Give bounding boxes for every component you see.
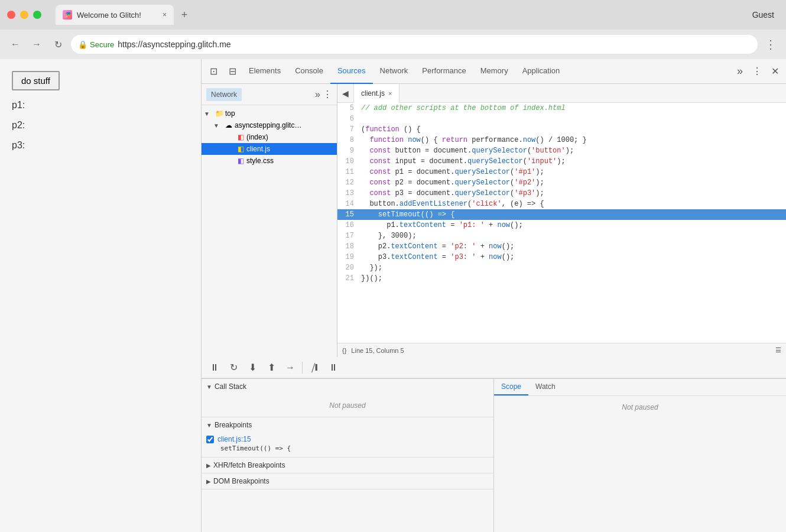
- code-line-20: 20 });: [337, 262, 786, 273]
- line-content-12: const p2 = document.querySelector('#p2')…: [359, 177, 786, 188]
- devtools-tab-bar: ⊡ ⊟ Elements Console Sources Network Per…: [202, 59, 786, 84]
- breakpoint-header-1: client.js:15: [206, 435, 489, 443]
- maximize-button[interactable]: [33, 11, 41, 19]
- xhr-arrow: ▶: [206, 462, 211, 469]
- line-content-20: });: [359, 262, 786, 273]
- code-panel: ◀ client.js × 5 // add other scripts at …: [337, 84, 786, 357]
- line-content-21: })();: [359, 273, 786, 284]
- code-tab-close-button[interactable]: ×: [388, 90, 392, 97]
- code-line-10: 10 const input = document.querySelector(…: [337, 156, 786, 167]
- line-num-10: 10: [337, 156, 359, 167]
- call-stack-content: Not paused: [202, 394, 493, 417]
- breakpoint-code-1: setTimeout(() => {: [206, 443, 489, 455]
- back-button[interactable]: ←: [7, 36, 24, 53]
- code-line-15: 15 setTimeout(() => {: [337, 209, 786, 220]
- p2-label: p2:: [12, 120, 189, 131]
- code-editor[interactable]: 5 // add other scripts at the bottom of …: [337, 103, 786, 343]
- more-tabs-button[interactable]: »: [732, 65, 748, 77]
- tab-application[interactable]: Application: [515, 59, 567, 84]
- call-stack-header[interactable]: ▼ Call Stack: [202, 379, 493, 394]
- inspect-element-icon[interactable]: ⊡: [204, 62, 223, 81]
- tab-network[interactable]: Network: [373, 59, 415, 84]
- do-stuff-button[interactable]: do stuff: [12, 71, 60, 90]
- call-stack-title: Call Stack: [215, 382, 246, 391]
- code-line-8: 8 function now() { return performance.no…: [337, 135, 786, 145]
- line-num-19: 19: [337, 252, 359, 262]
- line-num-21: 21: [337, 273, 359, 284]
- code-line-6: 6: [337, 113, 786, 124]
- tree-item-clientjs[interactable]: ▶ ◧ client.js: [202, 143, 337, 155]
- code-line-16: 16 p1.textContent = 'p1: ' + now();: [337, 220, 786, 231]
- line-num-12: 12: [337, 177, 359, 188]
- tab-console[interactable]: Console: [288, 59, 330, 84]
- scope-content: Not paused: [494, 396, 786, 419]
- code-status-bar: {} Line 15, Column 5 ☰: [337, 343, 786, 357]
- tree-item-top[interactable]: ▼ 📁 top: [202, 108, 337, 119]
- step-button[interactable]: →: [282, 359, 298, 376]
- pause-button[interactable]: ⏸: [206, 359, 223, 376]
- tab-close-button[interactable]: ×: [163, 11, 167, 19]
- debugger-toolbar: ⏸ ↻ ⬇ ⬆ → ⧸❙ ⏸: [202, 357, 786, 378]
- tree-item-stylecss[interactable]: ▶ ◧ style.css: [202, 155, 337, 167]
- line-content-13: const p3 = document.querySelector('#p3')…: [359, 188, 786, 199]
- breakpoint-item-1: client.js:15 setTimeout(() => {: [202, 433, 493, 457]
- tree-item-asyncstepping[interactable]: ▼ ☁ asyncstepping.glitc…: [202, 119, 337, 131]
- code-line-5: 5 // add other scripts at the bottom of …: [337, 103, 786, 113]
- code-line-17: 17 }, 3000);: [337, 231, 786, 241]
- sources-menu-button[interactable]: ⋮: [323, 89, 332, 100]
- secure-badge: 🔒 Secure: [78, 40, 114, 49]
- bottom-panels: ▼ Call Stack Not paused ▼ Breakpoints: [202, 378, 786, 532]
- forward-button[interactable]: →: [28, 36, 45, 53]
- line-content-11: const p1 = document.querySelector('#p1')…: [359, 167, 786, 177]
- console-drawer-button[interactable]: ☰: [775, 346, 781, 354]
- browser-menu-button[interactable]: ⋮: [762, 36, 779, 53]
- line-content-7: (function () {: [359, 124, 786, 135]
- breakpoint-checkbox-1[interactable]: [206, 436, 214, 443]
- breakpoints-arrow: ▼: [206, 422, 212, 429]
- xhr-breakpoints-header[interactable]: ▶ XHR/fetch Breakpoints: [202, 458, 493, 473]
- step-out-button[interactable]: ⬆: [263, 359, 280, 376]
- tab-elements[interactable]: Elements: [242, 59, 288, 84]
- breakpoints-header[interactable]: ▼ Breakpoints: [202, 417, 493, 433]
- browser-tab[interactable]: 🎏 Welcome to Glitch! ×: [56, 5, 174, 25]
- step-over-button[interactable]: ↻: [225, 359, 242, 376]
- tree-arrow-asyncstepping: ▼: [213, 122, 223, 129]
- pause-on-exceptions-button[interactable]: ⏸: [325, 359, 342, 376]
- line-content-18: p2.textContent = 'p2: ' + now();: [359, 241, 786, 252]
- url-display: https://asyncstepping.glitch.me: [118, 40, 230, 49]
- line-content-17: }, 3000);: [359, 231, 786, 241]
- css-file-icon: ◧: [236, 156, 245, 166]
- new-tab-button[interactable]: +: [176, 7, 193, 23]
- format-button[interactable]: {}: [342, 347, 346, 354]
- xhr-title: XHR/fetch Breakpoints: [213, 461, 285, 469]
- code-line-12: 12 const p2 = document.querySelector('#p…: [337, 177, 786, 188]
- line-num-18: 18: [337, 241, 359, 252]
- code-tab-clientjs[interactable]: client.js ×: [354, 84, 400, 103]
- scope-tab-watch[interactable]: Watch: [528, 379, 563, 395]
- tree-label-index: (index): [246, 133, 334, 141]
- network-filter-button[interactable]: Network: [206, 88, 242, 101]
- step-into-button[interactable]: ⬇: [244, 359, 261, 376]
- device-toolbar-icon[interactable]: ⊟: [223, 62, 242, 81]
- deactivate-breakpoints-button[interactable]: ⧸❙: [306, 359, 323, 376]
- tab-performance[interactable]: Performance: [415, 59, 473, 84]
- line-num-6: 6: [337, 113, 359, 124]
- address-wrapper[interactable]: 🔒 Secure https://asyncstepping.glitch.me: [71, 35, 758, 54]
- code-nav-back[interactable]: ◀: [337, 84, 354, 103]
- reload-button[interactable]: ↻: [50, 36, 66, 53]
- guest-label: Guest: [752, 10, 774, 20]
- minimize-button[interactable]: [20, 11, 28, 19]
- tree-item-index[interactable]: ▶ ◧ (index): [202, 131, 337, 143]
- tab-title: Welcome to Glitch!: [77, 11, 158, 20]
- devtools-close-button[interactable]: ✕: [766, 66, 784, 77]
- tab-sources[interactable]: Sources: [330, 59, 373, 84]
- tab-memory[interactable]: Memory: [473, 59, 515, 84]
- breakpoints-title: Breakpoints: [215, 421, 252, 429]
- close-button[interactable]: [7, 11, 15, 19]
- line-num-14: 14: [337, 199, 359, 209]
- dom-breakpoints-header[interactable]: ▶ DOM Breakpoints: [202, 473, 493, 489]
- devtools-menu-button[interactable]: ⋮: [748, 66, 766, 77]
- scope-tab-scope[interactable]: Scope: [494, 379, 528, 395]
- more-sources-button[interactable]: »: [315, 89, 320, 100]
- line-content-14: button.addEventListener('click', (e) => …: [359, 199, 786, 209]
